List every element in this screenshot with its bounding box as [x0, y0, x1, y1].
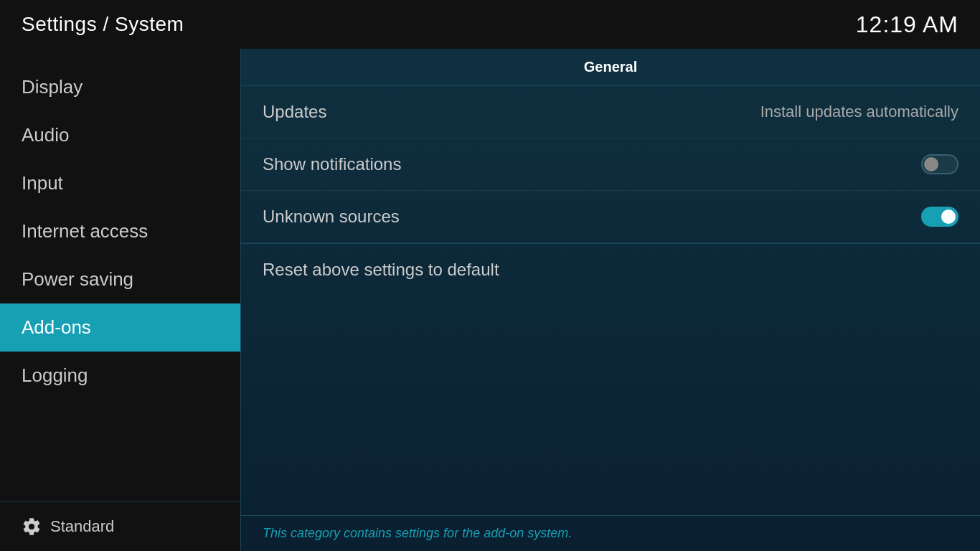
sidebar: DisplayAudioInputInternet accessPower sa… [0, 49, 240, 551]
page-title: Settings / System [22, 13, 184, 36]
setting-row-show-notifications[interactable]: Show notifications [241, 138, 980, 191]
sidebar-item-internet-access[interactable]: Internet access [0, 207, 240, 255]
unknown-sources-label: Unknown sources [263, 207, 400, 227]
sidebar-item-power-saving[interactable]: Power saving [0, 255, 240, 303]
clock: 12:19 AM [856, 11, 958, 38]
toggle-thumb-2 [941, 209, 956, 224]
sidebar-item-add-ons[interactable]: Add-ons [0, 303, 240, 352]
header: Settings / System 12:19 AM [0, 0, 980, 49]
footer-description: This category contains settings for the … [263, 526, 572, 540]
main-layout: DisplayAudioInputInternet accessPower sa… [0, 49, 980, 551]
gear-icon [22, 517, 42, 537]
content-inner: General Updates Install updates automati… [241, 49, 980, 515]
reset-label: Reset above settings to default [263, 260, 499, 279]
section-header: General [241, 49, 980, 86]
sidebar-footer[interactable]: Standard [0, 501, 240, 551]
sidebar-item-display[interactable]: Display [0, 63, 240, 111]
profile-level-label: Standard [50, 517, 114, 536]
show-notifications-toggle[interactable] [921, 154, 958, 174]
setting-row-updates[interactable]: Updates Install updates automatically [241, 86, 980, 138]
setting-row-unknown-sources[interactable]: Unknown sources [241, 191, 980, 243]
settings-list: Updates Install updates automatically Sh… [241, 86, 980, 296]
content-footer: This category contains settings for the … [241, 515, 980, 551]
show-notifications-label: Show notifications [263, 154, 401, 174]
unknown-sources-toggle[interactable] [921, 207, 958, 227]
content-area: General Updates Install updates automati… [240, 49, 980, 551]
toggle-thumb [924, 157, 938, 171]
updates-value: Install updates automatically [760, 103, 958, 121]
sidebar-item-logging[interactable]: Logging [0, 352, 240, 400]
sidebar-item-audio[interactable]: Audio [0, 111, 240, 159]
sidebar-item-input[interactable]: Input [0, 159, 240, 207]
updates-label: Updates [263, 102, 326, 122]
reset-row[interactable]: Reset above settings to default [241, 244, 980, 296]
sidebar-nav: DisplayAudioInputInternet accessPower sa… [0, 49, 240, 501]
